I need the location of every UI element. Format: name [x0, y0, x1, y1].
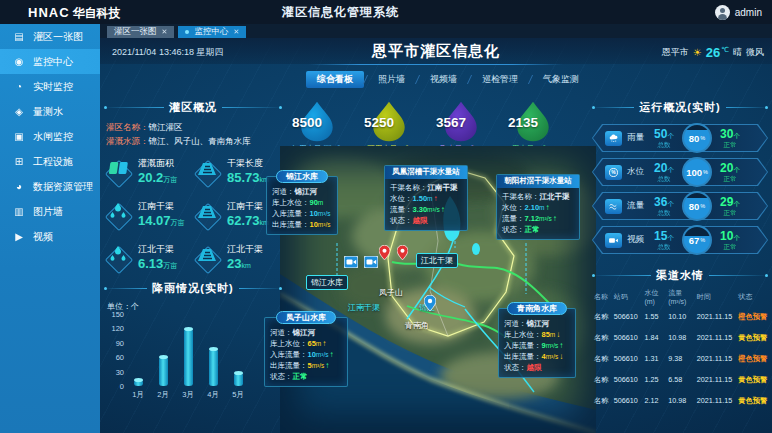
decor-line	[239, 288, 282, 289]
metric-value-number: 85.73	[227, 170, 260, 185]
red-pin-marker[interactable]	[397, 245, 408, 260]
normal-stack: 30个正常	[717, 129, 743, 148]
popup-row-label: 水位：	[502, 203, 525, 212]
sidebar-item[interactable]: ▤灌区一张图	[0, 24, 100, 49]
popup-row-unit: m³/s	[312, 362, 325, 369]
y-axis-tick: 150	[104, 310, 124, 319]
sidebar-item[interactable]: ◉监控中心	[0, 49, 100, 74]
stat-value: 5250	[359, 115, 399, 130]
subtab[interactable]: 照片墙	[367, 71, 416, 88]
popup-row-label: 入库流量：	[504, 341, 542, 350]
x-axis-label: 3月	[176, 390, 200, 400]
run-row-label: 雨量	[627, 132, 646, 144]
popup-row: 河道：锦江河	[272, 186, 332, 197]
status-badge: 黄色预警	[738, 396, 768, 406]
popup-row-value: 85	[542, 330, 550, 339]
picture-wall-icon: ▥	[13, 206, 25, 217]
normal-count: 20个	[717, 163, 743, 175]
table-cell: 名称	[594, 354, 614, 364]
popup-row: 入库流量：10m³/s↑	[270, 349, 342, 360]
table-cell: 506610	[614, 396, 645, 405]
user-menu[interactable]: admin	[715, 0, 762, 24]
metric-label: 江南干渠	[138, 200, 185, 213]
decor-line	[104, 107, 164, 108]
popup-row: 干渠名称：江南干渠	[390, 182, 462, 193]
metric-value: 23km	[227, 256, 263, 271]
metric-value-number: 6.13	[138, 256, 163, 271]
popup-title: 青南角水库	[507, 302, 567, 315]
brand-logo-cn: 华自科技	[73, 6, 121, 20]
subtab[interactable]: 气象监测	[532, 71, 590, 88]
total-sublabel: 总数	[651, 175, 677, 182]
percent-gauge: 80%	[682, 191, 712, 221]
district-name-label: 灌区名称：	[106, 122, 149, 132]
stat-value: 3567	[431, 115, 471, 130]
sidebar-item[interactable]: ◈量测水	[0, 99, 100, 124]
run-row-label: 水位	[627, 166, 646, 178]
sidebar-item-label: 量测水	[33, 105, 63, 119]
popup-row: 流量：7.12m³/s↑	[502, 213, 574, 224]
sidebar-item[interactable]: ▣水闸监控	[0, 124, 100, 149]
map-popup-fengzishan: 凤子山水库河道：锦江河库上水位：65m↑入库流量：10m³/s↑出库流量：5m³…	[264, 317, 348, 387]
metric-label: 江北干渠	[227, 243, 263, 256]
sidebar-item[interactable]: ⊞工程设施	[0, 149, 100, 174]
sidebar-item[interactable]: ▶视频	[0, 224, 100, 249]
overview-metrics: 灌溉面积20.2万亩干渠长度85.73km江南干渠14.07万亩江南干渠62.7…	[104, 154, 282, 274]
sidebar-item[interactable]: ◕数据资源管理	[0, 174, 100, 199]
metric-unit: 万亩	[171, 219, 185, 226]
popup-row: 出库流量：10m³/s	[272, 219, 332, 230]
table-cell: 名称	[594, 396, 614, 406]
run-panel-title: 运行概况(实时)	[592, 100, 768, 114]
metric-value: 62.73km	[227, 213, 269, 228]
popup-row-label: 出库流量：	[504, 352, 542, 361]
sidebar-item-label: 视频	[33, 230, 53, 244]
run-rows: 雨量50个总数80%30个正常%水位20个总数100%20个正常流量36个总数8…	[592, 124, 768, 260]
trend-arrow-icon: ↑	[441, 205, 445, 214]
camera-marker[interactable]	[344, 256, 358, 268]
popup-row-value: 1.50	[413, 194, 428, 203]
popup-row-label: 状态：	[504, 363, 527, 372]
stat-value: 2135	[503, 115, 543, 130]
popup-row-unit: m	[539, 204, 544, 211]
rain-bar-chart: 03060901201501月2月3月4月5月	[104, 310, 282, 402]
normal-stack: 20个正常	[717, 163, 743, 182]
x-axis-label: 2月	[151, 390, 175, 400]
sidebar-item[interactable]: ▥图片墙	[0, 199, 100, 224]
camera-marker[interactable]	[364, 256, 378, 268]
sidebar-item-label: 灌区一张图	[33, 30, 83, 44]
table-cell: 506610	[614, 312, 645, 321]
map-label: 锦江水库	[306, 275, 348, 290]
subtab[interactable]: 综合看板	[306, 71, 364, 88]
water-drop-marker[interactable]	[424, 295, 436, 311]
subtab[interactable]: 巡检管理	[471, 71, 529, 88]
window-tab[interactable]: 灌区一张图✕	[107, 26, 174, 38]
flow-wave-icon	[605, 199, 622, 214]
popup-row-value: 7.12	[525, 214, 540, 223]
popup-row: 水位：2.10m↑	[502, 202, 574, 213]
close-icon[interactable]: ✕	[233, 28, 239, 36]
popup-row-value: 锦江河	[293, 328, 316, 337]
map-popup-qingnanjiao: 青南角水库河道：锦江河库上水位：85m↓入库流量：9m³/s↑出库流量：4m³/…	[498, 308, 576, 378]
total-stack: 15个总数	[651, 231, 677, 250]
count-suffix: 个	[667, 166, 674, 173]
decor-line	[592, 107, 634, 108]
popup-title: 凤子山水库	[276, 311, 336, 324]
username: admin	[735, 7, 762, 18]
sidebar-item[interactable]: ◔实时监控	[0, 74, 100, 99]
run-row: 雨量50个总数80%30个正常	[592, 124, 768, 152]
window-tab[interactable]: 监控中心✕	[178, 26, 246, 38]
metric-label: 江南干渠	[227, 200, 269, 213]
table-cell: 2021.11.15	[697, 333, 739, 342]
popup-row-label: 水位：	[390, 194, 413, 203]
close-icon[interactable]: ✕	[162, 28, 168, 36]
popup-row-label: 库上水位：	[504, 330, 542, 339]
popup-row: 库上水位：90m	[272, 197, 332, 208]
normal-count-number: 30	[720, 127, 733, 141]
status-badge: 黄色预警	[738, 333, 768, 343]
red-pin-marker[interactable]	[379, 245, 390, 260]
table-row: 名称5066101.319.382021.11.15橙色预警	[594, 348, 768, 369]
run-row: 流量36个总数80%29个正常	[592, 192, 768, 220]
count-suffix: 个	[733, 132, 740, 139]
map-popup-jinjiang: 锦江水库河道：锦江河库上水位：90m入库流量：10m³/s出库流量：10m³/s	[266, 176, 338, 235]
subtab[interactable]: 视频墙	[419, 71, 468, 88]
